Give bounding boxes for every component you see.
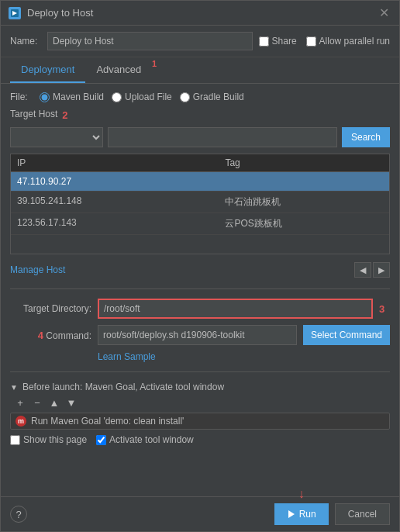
table-row[interactable]: 47.110.90.27 (11, 172, 389, 192)
col-ip-header: IP (11, 154, 219, 171)
show-page-label[interactable]: Show this page (10, 434, 87, 445)
help-button[interactable]: ? (10, 506, 27, 523)
tab-deployment[interactable]: Deployment (10, 57, 85, 83)
maven-radio-label[interactable]: Maven Build (40, 92, 104, 102)
gradle-radio[interactable] (180, 92, 190, 102)
target-dir-label: Target Directory: (10, 303, 91, 314)
footer: ? ↓ Run Cancel (1, 496, 399, 531)
run-btn-wrapper: ↓ Run (274, 503, 329, 525)
run-arrow-annotation: ↓ (298, 488, 305, 500)
show-page-checkbox[interactable] (10, 435, 20, 445)
table-row[interactable]: 123.56.17.143 云POS跳板机 (11, 213, 389, 235)
row3-ip: 123.56.17.143 (11, 213, 219, 234)
row3-tag: 云POS跳板机 (219, 213, 389, 234)
tab-advanced[interactable]: Advanced 1 (85, 57, 152, 83)
parallel-checkbox[interactable] (306, 36, 316, 47)
host-table: IP Tag 47.110.90.27 39.105.241.148 中石油跳板… (10, 154, 390, 254)
run-button[interactable]: Run (274, 503, 329, 525)
svg-marker-2 (288, 510, 295, 518)
bottom-options: Show this page Activate tool window (10, 433, 390, 447)
host-search-input[interactable] (108, 127, 337, 147)
parallel-checkbox-label[interactable]: Allow parallel run (306, 36, 390, 47)
file-row: File: Maven Build Upload File Gradle Bui… (10, 92, 390, 102)
learn-sample-row: Learn Sample (10, 351, 390, 362)
activate-window-checkbox[interactable] (96, 435, 106, 445)
remove-launch-btn[interactable]: − (30, 396, 44, 409)
cancel-button[interactable]: Cancel (335, 503, 390, 525)
select-command-button[interactable]: Select Command (303, 325, 390, 345)
target-directory-row: Target Directory: 3 (10, 299, 390, 319)
tab-annotation-1: 1 (152, 59, 157, 68)
nav-buttons: ◀ ▶ (354, 262, 390, 278)
target-host-section: Target Host 2 (10, 109, 390, 121)
dialog-window: Deploy to Host ✕ Name: Share Allow paral… (0, 0, 400, 532)
table-row[interactable]: 39.105.241.148 中石油跳板机 (11, 192, 389, 213)
content-area: File: Maven Build Upload File Gradle Bui… (1, 84, 399, 496)
row2-ip: 39.105.241.148 (11, 192, 219, 212)
target-host-label: Target Host (10, 109, 57, 119)
maven-icon: m (16, 416, 26, 427)
add-launch-btn[interactable]: + (13, 396, 27, 409)
name-row: Name: Share Allow parallel run (1, 26, 399, 57)
col-tag-header: Tag (219, 154, 389, 171)
before-launch-header[interactable]: ▼ Before launch: Maven Goal, Activate to… (10, 382, 390, 392)
upload-radio-label[interactable]: Upload File (112, 92, 172, 102)
learn-sample-link[interactable]: Learn Sample (98, 351, 156, 362)
upload-radio[interactable] (112, 92, 122, 102)
share-checkbox-label[interactable]: Share (259, 36, 297, 47)
before-launch-section: ▼ Before launch: Maven Goal, Activate to… (10, 382, 390, 447)
manage-host-link[interactable]: Manage Host (10, 264, 65, 275)
before-launch-toolbar: + − ▲ ▼ (10, 396, 390, 409)
table-header: IP Tag (11, 154, 389, 172)
footer-buttons: ↓ Run Cancel (274, 503, 390, 525)
share-checkbox[interactable] (259, 36, 269, 47)
prev-button[interactable]: ◀ (354, 262, 371, 278)
divider-1 (10, 288, 390, 289)
activate-window-label[interactable]: Activate tool window (96, 434, 194, 445)
annotation-3: 3 (379, 303, 390, 315)
name-input[interactable] (47, 32, 253, 50)
maven-radio[interactable] (40, 92, 50, 102)
run-icon (287, 510, 296, 519)
name-label: Name: (10, 36, 41, 47)
title-bar-left: Deploy to Host (9, 7, 93, 19)
launch-item: m Run Maven Goal 'demo: clean install' (10, 413, 390, 430)
gradle-radio-label[interactable]: Gradle Build (180, 92, 244, 102)
title-bar: Deploy to Host ✕ (1, 1, 399, 26)
file-label: File: (10, 92, 32, 102)
app-icon (9, 7, 21, 19)
annotation-2: 2 (62, 109, 67, 121)
close-button[interactable]: ✕ (379, 7, 391, 19)
target-dir-input[interactable] (98, 299, 373, 319)
row1-tag (219, 172, 389, 191)
dialog-title: Deploy to Host (27, 7, 93, 19)
target-host-row: Search (10, 127, 390, 147)
row2-tag: 中石油跳板机 (219, 192, 389, 212)
collapse-icon: ▼ (10, 383, 18, 392)
before-launch-title: Before launch: Maven Goal, Activate tool… (22, 382, 224, 392)
command-row: 4 Command: Select Command (10, 325, 390, 345)
next-button[interactable]: ▶ (373, 262, 390, 278)
divider-2 (10, 371, 390, 372)
move-down-launch-btn[interactable]: ▼ (64, 396, 78, 409)
row1-ip: 47.110.90.27 (11, 172, 219, 191)
name-options: Share Allow parallel run (259, 36, 390, 47)
host-dropdown[interactable] (10, 127, 103, 147)
command-input[interactable] (98, 325, 297, 345)
manage-row: Manage Host ◀ ▶ (10, 261, 390, 279)
tabs-bar: Deployment Advanced 1 (1, 57, 399, 84)
search-button[interactable]: Search (342, 127, 390, 147)
move-up-launch-btn[interactable]: ▲ (47, 396, 61, 409)
command-label: 4 Command: (10, 330, 91, 341)
launch-text: Run Maven Goal 'demo: clean install' (31, 416, 184, 427)
